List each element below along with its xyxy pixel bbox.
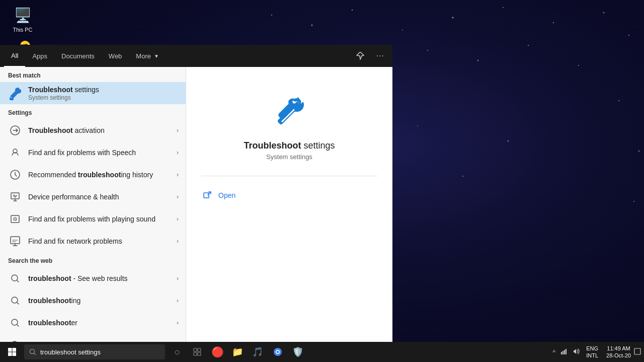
system-clock[interactable]: 11:49 AM 28-Oct-20 bbox=[606, 345, 631, 359]
firefox-taskbar-icon: 🔴 bbox=[211, 346, 224, 358]
taskbar-search-input[interactable] bbox=[40, 348, 151, 356]
tab-more[interactable]: More ▼ bbox=[129, 45, 166, 67]
svg-rect-49 bbox=[562, 351, 564, 354]
desktop-icon-this-pc[interactable]: 🖥️ This PC bbox=[5, 5, 40, 33]
settings-item-sound[interactable]: Find and fix problems with playing sound… bbox=[0, 208, 186, 230]
svg-rect-48 bbox=[561, 352, 562, 354]
settings-label: Settings bbox=[0, 104, 186, 119]
best-match-text: Troubleshoot settings System settings bbox=[28, 85, 179, 101]
web-search-icon-3 bbox=[7, 315, 23, 331]
tab-apps[interactable]: Apps bbox=[25, 45, 54, 67]
task-view-icon bbox=[193, 348, 201, 356]
svg-rect-42 bbox=[198, 348, 201, 351]
web-search-label: Search the web bbox=[0, 252, 186, 267]
best-match-title: Troubleshoot settings bbox=[28, 85, 179, 94]
recommended-item-text: Recommended troubleshooting history bbox=[28, 170, 177, 179]
settings-item-network[interactable]: Find and fix network problems › bbox=[0, 230, 186, 252]
antivirus-taskbar-icon: 🛡️ bbox=[292, 346, 303, 357]
network-item-text: Find and fix network problems bbox=[28, 237, 177, 246]
more-dropdown-arrow: ▼ bbox=[154, 53, 159, 59]
svg-point-0 bbox=[271, 15, 272, 16]
tab-action-icons: ··· bbox=[352, 48, 388, 64]
best-match-item[interactable]: Troubleshoot settings System settings bbox=[0, 82, 186, 104]
web-search-icon-1 bbox=[7, 270, 23, 286]
svg-point-4 bbox=[452, 17, 454, 19]
svg-point-10 bbox=[477, 60, 479, 61]
search-body: Best match Troubleshoot setti bbox=[0, 67, 392, 342]
web-item-troubleshooting[interactable]: troubleshooting › bbox=[0, 289, 186, 312]
cortana-button[interactable]: ○ bbox=[167, 342, 187, 362]
settings-item-speech[interactable]: Find and fix problems with Speech › bbox=[0, 141, 186, 164]
task-view-button[interactable] bbox=[187, 342, 207, 362]
svg-point-3 bbox=[402, 30, 403, 31]
taskbar-search-icon bbox=[29, 348, 36, 355]
tab-web[interactable]: Web bbox=[102, 45, 129, 67]
result-main-icon bbox=[269, 92, 309, 132]
svg-rect-35 bbox=[204, 193, 209, 198]
tab-documents[interactable]: Documents bbox=[54, 45, 102, 67]
notification-button[interactable] bbox=[634, 348, 641, 356]
taskbar-app-media[interactable]: 🎵 bbox=[248, 342, 268, 362]
svg-point-7 bbox=[603, 12, 605, 14]
taskbar-app-firefox[interactable]: 🔴 bbox=[207, 342, 227, 362]
svg-rect-38 bbox=[8, 352, 12, 356]
taskbar: ○ 🔴 📁 🎵 🛡️ ^ bbox=[0, 342, 644, 362]
explorer-taskbar-icon: 📁 bbox=[232, 346, 243, 357]
wrench-settings-icon bbox=[7, 85, 23, 101]
settings-item-device-health[interactable]: Device performance & health › bbox=[0, 186, 186, 208]
web-item-troubleshoot[interactable]: troubleshoot - See web results › bbox=[0, 267, 186, 289]
this-pc-label: This PC bbox=[13, 27, 32, 33]
taskbar-search-bar[interactable] bbox=[24, 344, 165, 359]
open-action[interactable]: Open bbox=[201, 186, 377, 204]
tray-network-icon[interactable] bbox=[559, 348, 569, 356]
svg-rect-36 bbox=[8, 348, 12, 352]
svg-point-40 bbox=[30, 349, 35, 354]
svg-rect-51 bbox=[566, 349, 567, 354]
speech-settings-icon bbox=[7, 144, 23, 161]
svg-point-47 bbox=[277, 351, 279, 353]
web-item-meaning[interactable]: troubleshoot meaning › bbox=[0, 334, 186, 342]
start-button[interactable] bbox=[0, 342, 24, 362]
sound-settings-icon bbox=[7, 211, 23, 227]
web-troubleshoot-text: troubleshoot - See web results bbox=[28, 274, 177, 283]
taskbar-app-explorer[interactable]: 📁 bbox=[227, 342, 248, 362]
recommended-item-title: Recommended troubleshooting history bbox=[28, 170, 177, 179]
pin-icon-button[interactable] bbox=[352, 48, 368, 64]
taskbar-app-antivirus[interactable]: 🛡️ bbox=[288, 342, 308, 362]
sound-item-text: Find and fix problems with playing sound bbox=[28, 214, 177, 224]
more-options-button[interactable]: ··· bbox=[372, 48, 388, 64]
tray-volume-icon[interactable] bbox=[571, 348, 581, 356]
tab-all[interactable]: All bbox=[4, 45, 25, 67]
activation-settings-icon bbox=[7, 122, 23, 138]
this-pc-icon: 🖥️ bbox=[13, 5, 33, 25]
tray-chevron[interactable]: ^ bbox=[551, 348, 557, 356]
network-item-title: Find and fix network problems bbox=[28, 237, 177, 246]
web-troubleshooting-arrow: › bbox=[177, 297, 179, 304]
settings-item-recommended[interactable]: Recommended troubleshooting history › bbox=[0, 164, 186, 186]
result-subtitle: System settings bbox=[266, 153, 312, 161]
web-search-icon-2 bbox=[7, 293, 23, 309]
cortana-icon: ○ bbox=[174, 346, 180, 358]
search-overlay: All Apps Documents Web More ▼ ··· bbox=[0, 45, 392, 342]
search-right-panel: Troubleshoot settings System settings Op… bbox=[186, 67, 392, 342]
svg-rect-39 bbox=[13, 352, 17, 356]
open-icon bbox=[201, 189, 213, 201]
clock-date: 28-Oct-20 bbox=[606, 352, 631, 359]
network-arrow: › bbox=[177, 238, 179, 245]
taskbar-app-chrome[interactable] bbox=[268, 342, 288, 362]
web-item-troubleshooter[interactable]: troubleshooter › bbox=[0, 312, 186, 334]
svg-point-8 bbox=[628, 35, 629, 36]
ellipsis-icon: ··· bbox=[376, 51, 384, 60]
web-troubleshooter-arrow: › bbox=[177, 319, 179, 326]
activation-arrow: › bbox=[177, 127, 179, 134]
svg-point-9 bbox=[427, 50, 428, 51]
svg-rect-44 bbox=[198, 352, 201, 355]
svg-point-18 bbox=[417, 125, 418, 126]
settings-item-activation[interactable]: Troubleshoot activation › bbox=[0, 119, 186, 141]
language-indicator[interactable]: ENG INTL bbox=[586, 345, 598, 359]
search-tabs-bar: All Apps Documents Web More ▼ ··· bbox=[0, 45, 392, 67]
web-troubleshoot-arrow: › bbox=[177, 275, 179, 282]
web-troubleshooting-title: troubleshooting bbox=[28, 296, 177, 305]
result-title: Troubleshoot settings bbox=[244, 140, 335, 151]
svg-point-15 bbox=[618, 100, 619, 101]
